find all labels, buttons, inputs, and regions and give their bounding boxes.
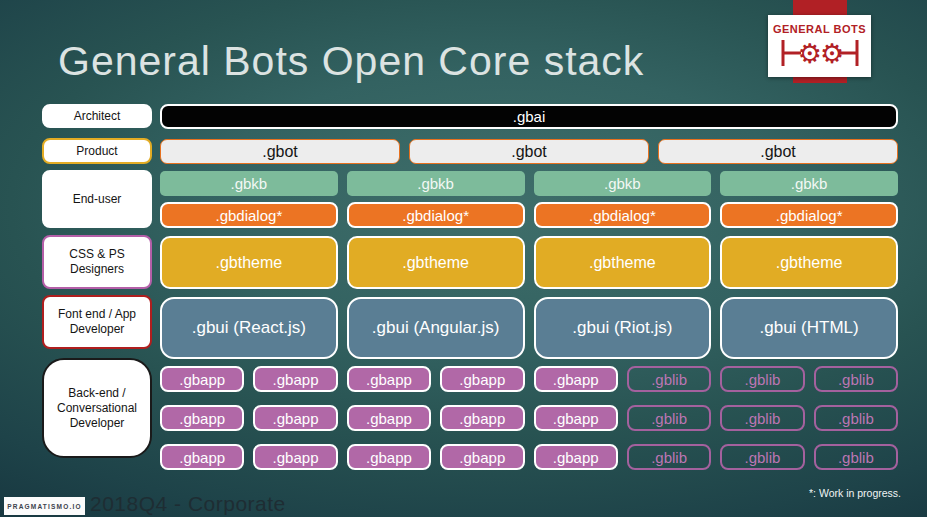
box-gbapp: .gbapp [534, 405, 618, 431]
box-gblib: .gblib [627, 405, 711, 431]
box-gbkb: .gbkb [160, 171, 338, 196]
box-gbapp: .gbapp [347, 405, 431, 431]
row-gbapp-2: .gbapp .gbapp .gbapp .gbapp .gbapp .gbli… [160, 405, 898, 431]
box-gbapp: .gbapp [160, 444, 244, 470]
row-gbapp-3: .gbapp .gbapp .gbapp .gbapp .gbapp .gbli… [160, 444, 898, 470]
row-gbkb: .gbkb .gbkb .gbkb .gbkb [160, 171, 898, 196]
box-gbapp: .gbapp [253, 444, 337, 470]
box-gblib: .gblib [814, 444, 898, 470]
box-gbdialog: .gbdialog* [347, 202, 525, 228]
box-gbkb: .gbkb [534, 171, 712, 196]
box-gbui-angular: .gbui (Angular.js) [347, 297, 525, 359]
box-gblib: .gblib [720, 366, 804, 392]
box-gbapp: .gbapp [440, 405, 524, 431]
box-gbui-riot: .gbui (Riot.js) [534, 297, 712, 359]
box-gbtheme: .gbtheme [160, 236, 338, 289]
page-title: General Bots Open Core stack [58, 38, 698, 85]
box-gbui-html: .gbui (HTML) [720, 297, 898, 359]
box-gbapp: .gbapp [253, 366, 337, 392]
box-gbapp: .gbapp [440, 444, 524, 470]
label-back-end-conversational-developer: Back-end / Conversational Developer [42, 358, 152, 458]
label-product: Product [42, 138, 152, 164]
box-gbdialog: .gbdialog* [160, 202, 338, 228]
row-gbui: .gbui (React.js) .gbui (Angular.js) .gbu… [160, 297, 898, 359]
box-gbtheme: .gbtheme [720, 236, 898, 289]
work-in-progress-note: *: Work in progress. [809, 487, 901, 499]
label-front-end-app-developer: Font end / App Developer [42, 295, 152, 349]
box-gbai: .gbai [160, 104, 898, 129]
svg-text:⚙⚙: ⚙⚙ [797, 38, 841, 69]
box-gbapp: .gbapp [160, 366, 244, 392]
box-gbdialog: .gbdialog* [534, 202, 712, 228]
box-gblib: .gblib [627, 366, 711, 392]
box-gbdialog: .gbdialog* [720, 202, 898, 228]
slide: General Bots Open Core stack GENERAL BOT… [0, 0, 927, 517]
box-gbapp: .gbapp [347, 444, 431, 470]
general-bots-logo: GENERAL BOTS ⚙⚙ [768, 15, 871, 77]
box-gbapp: .gbapp [160, 405, 244, 431]
logo-brand-text: GENERAL BOTS [773, 23, 866, 35]
box-gbot: .gbot [160, 139, 400, 164]
pragmatismo-logo: PRAGMATISMO.IO [4, 497, 85, 515]
box-gbapp: .gbapp [534, 444, 618, 470]
stack-diagram: Architect Product End-user CSS & PS Desi… [42, 104, 898, 470]
box-gbot: .gbot [658, 139, 898, 164]
row-gbapp-1: .gbapp .gbapp .gbapp .gbapp .gbapp .gbli… [160, 366, 898, 392]
box-gbapp: .gbapp [534, 366, 618, 392]
label-end-user: End-user [42, 170, 152, 228]
label-architect: Architect [42, 104, 152, 128]
box-gblib: .gblib [814, 366, 898, 392]
label-css-ps-designers: CSS & PS Designers [42, 235, 152, 289]
row-gbot: .gbot .gbot .gbot [160, 139, 898, 164]
box-gbkb: .gbkb [720, 171, 898, 196]
box-gbapp: .gbapp [440, 366, 524, 392]
box-gbtheme: .gbtheme [347, 236, 525, 289]
box-gblib: .gblib [720, 405, 804, 431]
box-gbkb: .gbkb [347, 171, 525, 196]
box-gbtheme: .gbtheme [534, 236, 712, 289]
footer-caption: 2018Q4 - Corporate [90, 492, 286, 516]
box-gbapp: .gbapp [253, 405, 337, 431]
box-gbui-react: .gbui (React.js) [160, 297, 338, 359]
box-gblib: .gblib [814, 405, 898, 431]
box-gblib: .gblib [627, 444, 711, 470]
box-gblib: .gblib [720, 444, 804, 470]
row-gbtheme: .gbtheme .gbtheme .gbtheme .gbtheme [160, 236, 898, 289]
box-gbot: .gbot [409, 139, 649, 164]
row-gbai: .gbai [160, 104, 898, 129]
box-gbapp: .gbapp [347, 366, 431, 392]
row-gbdialog: .gbdialog* .gbdialog* .gbdialog* .gbdial… [160, 202, 898, 228]
gears-icon: ⚙⚙ [778, 36, 862, 70]
